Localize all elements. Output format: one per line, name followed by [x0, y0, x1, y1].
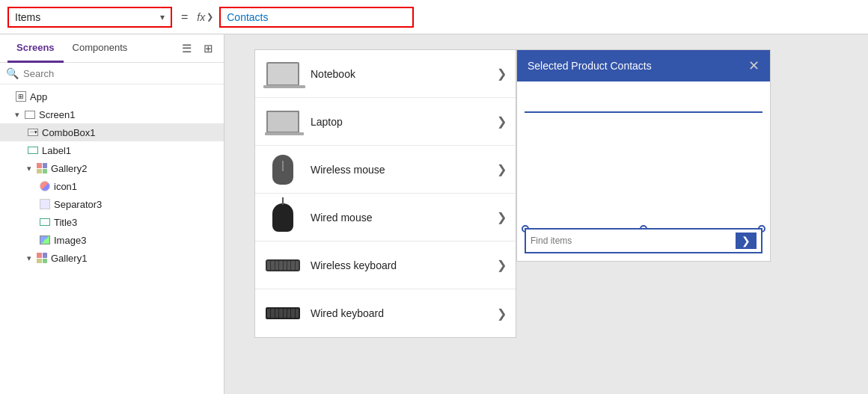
selected-panel-close-button[interactable]: ✕ [748, 58, 760, 74]
canvas-inner: Notebook ❯ Laptop ❯ Wireless mouse ❯ [239, 49, 778, 394]
sidebar-item-label1[interactable]: Label1 [0, 141, 224, 159]
equals-sign: = [181, 10, 188, 24]
sidebar: Screens Components ☰ ⊞ 🔍 ⊞ App ▾ [0, 34, 224, 394]
notebook-chevron-icon: ❯ [497, 67, 507, 81]
laptop-chevron-icon: ❯ [497, 114, 507, 129]
gallery-item-notebook[interactable]: Notebook ❯ [255, 50, 516, 98]
laptop-image [264, 106, 302, 138]
wireless-kb-image [264, 250, 302, 281]
gallery1-icon [36, 252, 48, 264]
selected-panel: Selected Product Contacts ✕ [516, 49, 771, 262]
icon1-icon [39, 180, 51, 192]
separator3-icon [39, 198, 51, 210]
gallery-item-laptop[interactable]: Laptop ❯ [255, 98, 516, 146]
sidebar-item-separator3[interactable]: Separator3 [0, 195, 224, 213]
wireless-mouse-chevron-icon: ❯ [497, 162, 507, 176]
canvas-area: Notebook ❯ Laptop ❯ Wireless mouse ❯ [224, 34, 868, 394]
sidebar-item-gallery1[interactable]: ▾ Gallery1 [0, 249, 224, 267]
fx-label: fx [197, 11, 205, 23]
laptop-label: Laptop [311, 116, 488, 128]
top-bar: Items ▾ = fx ❯ Contacts [0, 0, 868, 34]
items-chevron-icon[interactable]: ▾ [160, 12, 165, 22]
grid-view-icon[interactable]: ⊞ [201, 39, 216, 58]
selected-panel-divider [525, 111, 762, 113]
list-view-icon[interactable]: ☰ [179, 39, 195, 58]
notebook-image [264, 58, 302, 90]
gallery-item-wireless-mouse[interactable]: Wireless mouse ❯ [255, 146, 516, 194]
items-property-label: Items [15, 11, 157, 23]
label-icon [27, 144, 39, 156]
wireless-kb-chevron-icon: ❯ [497, 258, 507, 272]
main-content: Screens Components ☰ ⊞ 🔍 ⊞ App ▾ [0, 34, 868, 394]
gallery-panel: Notebook ❯ Laptop ❯ Wireless mouse ❯ [254, 49, 516, 338]
wireless-mouse-image [264, 154, 302, 185]
combobox-icon: ···▾ [27, 126, 39, 138]
gallery-item-wired-keyboard[interactable]: Wired keyboard ❯ [255, 289, 516, 337]
find-items-input[interactable] [531, 236, 736, 246]
items-property-box[interactable]: Items ▾ [7, 7, 172, 28]
wired-mouse-chevron-icon: ❯ [497, 210, 507, 224]
gallery2-icon [36, 162, 48, 174]
selected-panel-header: Selected Product Contacts ✕ [517, 50, 770, 81]
fx-area: fx ❯ [197, 11, 213, 23]
notebook-label: Notebook [311, 68, 488, 80]
sidebar-item-combobox1[interactable]: ···▾ ComboBox1 [0, 123, 224, 141]
sidebar-item-app[interactable]: ⊞ App [0, 87, 224, 105]
wired-kb-image [264, 298, 302, 329]
sidebar-item-gallery2[interactable]: ▾ Gallery2 [0, 159, 224, 177]
search-bar: 🔍 [0, 63, 224, 84]
sidebar-tab-icons: ☰ ⊞ [179, 39, 216, 58]
wired-kb-label: Wired keyboard [311, 307, 488, 319]
wired-kb-chevron-icon: ❯ [497, 307, 507, 321]
formula-box[interactable]: Contacts [219, 7, 414, 28]
title3-icon [39, 216, 51, 228]
sidebar-item-screen1[interactable]: ▾ Screen1 [0, 105, 224, 123]
wireless-kb-label: Wireless keyboard [311, 259, 488, 271]
sidebar-item-icon1[interactable]: icon1 [0, 177, 224, 195]
search-icon: 🔍 [6, 67, 19, 79]
search-input[interactable] [23, 68, 218, 79]
sidebar-item-image3[interactable]: Image3 [0, 231, 224, 249]
selected-panel-body: ❯ [517, 81, 770, 261]
find-items-box: ❯ [525, 228, 762, 253]
fx-chevron-icon[interactable]: ❯ [207, 12, 213, 22]
screen-icon [24, 108, 36, 120]
formula-text: Contacts [227, 11, 268, 23]
wireless-mouse-label: Wireless mouse [311, 164, 488, 176]
gallery-item-wireless-keyboard[interactable]: Wireless keyboard ❯ [255, 241, 516, 289]
selected-panel-title: Selected Product Contacts [528, 60, 652, 72]
tab-components[interactable]: Components [64, 34, 137, 63]
gallery2-expand-icon[interactable]: ▾ [27, 164, 31, 173]
sidebar-tab-bar: Screens Components ☰ ⊞ [0, 34, 224, 63]
gallery1-expand-icon[interactable]: ▾ [27, 253, 31, 263]
sidebar-tree: ⊞ App ▾ Screen1 ···▾ ComboBox1 [0, 84, 224, 394]
wired-mouse-label: Wired mouse [311, 212, 488, 224]
gallery-item-wired-mouse[interactable]: Wired mouse ❯ [255, 194, 516, 241]
screen1-expand-icon[interactable]: ▾ [15, 110, 19, 120]
image3-icon [39, 234, 51, 246]
sidebar-item-title3[interactable]: Title3 [0, 213, 224, 231]
app-icon: ⊞ [15, 90, 27, 102]
wired-mouse-image [264, 202, 302, 233]
tab-screens[interactable]: Screens [7, 34, 64, 63]
find-items-button[interactable]: ❯ [736, 233, 757, 249]
